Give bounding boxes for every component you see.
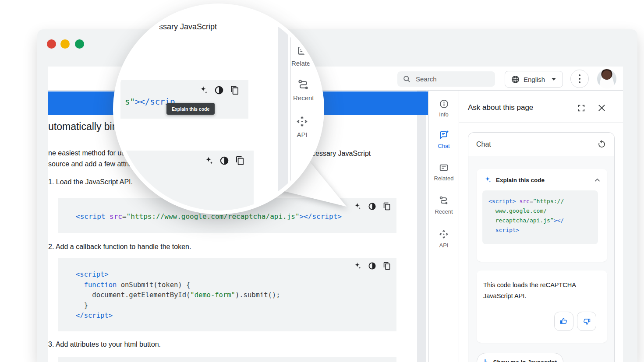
- copy-code-button[interactable]: [383, 262, 391, 270]
- answer-text: This code loads the reCAPTCHAJavaScript …: [483, 280, 607, 302]
- close-window-button[interactable]: [47, 39, 56, 49]
- followup-label: Show me in Javascript: [493, 359, 557, 362]
- reset-chat-icon[interactable]: [597, 140, 606, 149]
- magnified-heading-fragment: ssary JavaScript: [159, 22, 217, 32]
- language-label: English: [524, 76, 545, 83]
- chat-card-title: Chat: [476, 141, 491, 148]
- scrollbar[interactable]: [417, 91, 426, 362]
- thumbs-down-icon: [582, 317, 591, 326]
- globe-icon: [511, 75, 520, 84]
- related-icon: [439, 163, 449, 172]
- rail-item-api[interactable]: API: [428, 229, 459, 249]
- sparkle-icon: [484, 176, 492, 184]
- recent-icon: [297, 78, 310, 91]
- explain-code: <script> src=”https:// www.google.com/ r…: [488, 197, 598, 235]
- expand-icon[interactable]: [577, 104, 585, 112]
- magnifier-circle: ssary JavaScript Related Recent API s"><…: [117, 7, 320, 211]
- zoom-window-button[interactable]: [75, 39, 84, 49]
- magnified-rail-item-api: API: [296, 115, 308, 138]
- language-selector[interactable]: English: [505, 71, 563, 88]
- api-icon: [439, 229, 449, 239]
- dark-mode-toggle-icon[interactable]: [368, 262, 376, 270]
- answer-card: This code loads the reCAPTCHAJavaScript …: [477, 271, 607, 343]
- dark-mode-toggle-icon[interactable]: [219, 156, 229, 165]
- info-icon: [439, 99, 449, 109]
- chevron-down-icon: [552, 78, 556, 81]
- followup-suggestion-button[interactable]: ↳ Show me in Javascript: [477, 353, 563, 362]
- rail-item-related[interactable]: Related: [428, 163, 459, 182]
- screenshot-root: Search English utomatically bin ne easie…: [0, 0, 644, 362]
- paragraph-line2-left: source and add a few attribu: [48, 160, 137, 168]
- thumbs-down-button[interactable]: [577, 312, 596, 331]
- explain-card: Explain this code <script> src=”https://…: [477, 169, 607, 262]
- minimize-window-button[interactable]: [60, 39, 70, 49]
- magnified-rail-item-recent: Recent: [293, 78, 314, 102]
- paragraph-line1-left: ne easiest method for usin: [48, 149, 131, 157]
- thumbs-up-icon: [559, 317, 568, 326]
- recent-icon: [439, 195, 449, 206]
- search-input[interactable]: Search: [397, 71, 495, 87]
- code-block-2: <script> function onSubmit(token) { docu…: [58, 258, 396, 331]
- section-heading-fragment: utomatically bin: [48, 121, 118, 133]
- dark-mode-toggle-icon[interactable]: [214, 85, 224, 95]
- step-2-label: 2. Add a callback function to handle the…: [48, 243, 191, 251]
- explain-code-button[interactable]: [204, 156, 213, 165]
- copy-code-button[interactable]: [383, 202, 391, 211]
- api-icon: [296, 115, 308, 128]
- chat-icon: [439, 130, 449, 140]
- rail-item-recent[interactable]: Recent: [428, 195, 459, 215]
- explain-code-tooltip: Explain this code: [166, 103, 215, 115]
- code-block-3: [58, 357, 396, 362]
- avatar[interactable]: [597, 69, 616, 88]
- dark-mode-toggle-icon[interactable]: [368, 202, 376, 211]
- branch-arrow-icon: ↳: [483, 358, 489, 362]
- explain-title: Explain this code: [496, 177, 589, 183]
- chat-card: Chat Explain this code <script> src=”htt…: [468, 132, 615, 362]
- collapse-chevron-icon[interactable]: [594, 176, 601, 184]
- explain-code-button[interactable]: [198, 85, 208, 95]
- step-1-label: 1. Load the JavaScript API.: [48, 178, 133, 186]
- magnified-scrollbar: [278, 27, 288, 211]
- more-options-button[interactable]: [570, 70, 589, 88]
- ask-panel-title: Ask about this page: [468, 103, 533, 112]
- step-3-label: 3. Add attributes to your html button.: [48, 341, 161, 348]
- rail-item-chat[interactable]: Chat: [428, 130, 459, 149]
- magnified-code-block-1: s"></scrip Explain this code: [120, 80, 248, 119]
- copy-code-button[interactable]: [235, 156, 245, 165]
- close-icon[interactable]: [598, 104, 606, 112]
- thumbs-up-button[interactable]: [554, 312, 573, 331]
- rail-item-info[interactable]: Info: [428, 99, 459, 118]
- explain-code-button[interactable]: [353, 262, 361, 270]
- copy-code-button[interactable]: [230, 85, 240, 95]
- search-icon: [403, 75, 410, 83]
- code-2: <script> function onSubmit(token) { docu…: [76, 270, 280, 321]
- explain-code-block: <script> src=”https:// www.google.com/ r…: [482, 190, 598, 244]
- search-placeholder: Search: [416, 75, 437, 83]
